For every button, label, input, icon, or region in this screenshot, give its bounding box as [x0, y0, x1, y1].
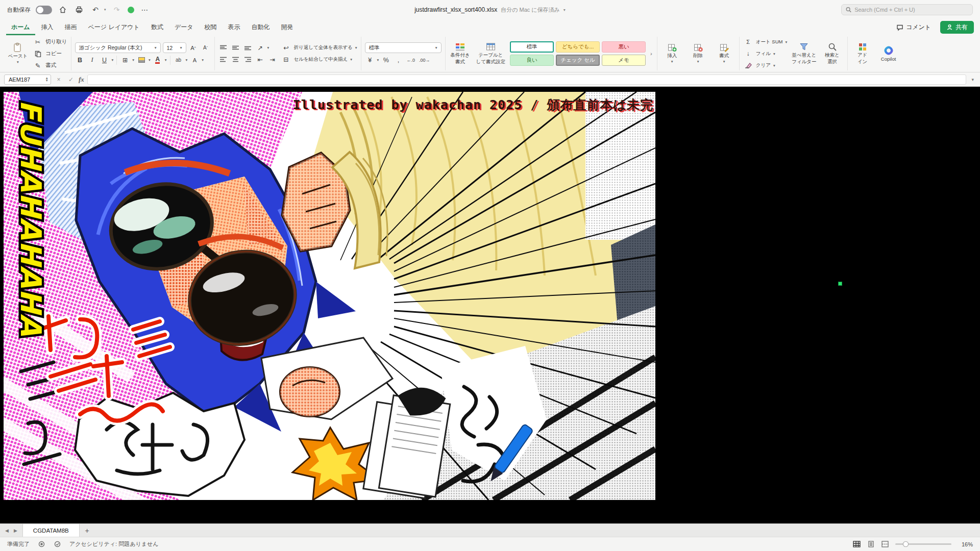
- borders-button[interactable]: ⊞: [120, 55, 130, 65]
- zoom-slider[interactable]: [895, 543, 951, 545]
- saved-status-chevron-icon[interactable]: ▾: [564, 8, 566, 12]
- delete-cells-button[interactable]: 削除 ▾: [687, 42, 709, 65]
- font-color-chevron-icon[interactable]: ▾: [165, 58, 167, 62]
- increase-decimal-icon[interactable]: ←.0: [405, 55, 416, 65]
- comments-button[interactable]: コメント: [892, 21, 935, 33]
- align-center-icon[interactable]: [231, 55, 241, 64]
- cell-style-good[interactable]: 良い: [510, 55, 554, 66]
- cell-style-check[interactable]: チェック セル: [556, 55, 600, 66]
- sort-filter-button[interactable]: 並べ替えと フィルター: [791, 42, 817, 65]
- autosum-button[interactable]: Σ オート SUM ▾: [743, 37, 787, 47]
- cell-style-bad[interactable]: 悪い: [602, 41, 646, 53]
- decrease-font-icon[interactable]: Aˇ: [201, 43, 211, 53]
- character-style-button[interactable]: A: [189, 55, 200, 65]
- align-left-icon[interactable]: [218, 55, 229, 64]
- borders-chevron-icon[interactable]: ▾: [132, 58, 134, 62]
- confirm-entry-icon[interactable]: ✓: [66, 76, 76, 83]
- cell-style-memo[interactable]: メモ: [602, 55, 646, 66]
- search-box[interactable]: [841, 4, 973, 15]
- page-break-view-icon[interactable]: [881, 541, 889, 548]
- page-layout-view-icon[interactable]: [867, 541, 875, 548]
- tab-page-layout[interactable]: ページ レイアウト: [83, 20, 145, 35]
- italic-button[interactable]: I: [87, 55, 97, 65]
- green-status-icon[interactable]: [128, 7, 134, 13]
- font-color-button[interactable]: A: [153, 55, 163, 65]
- accessibility-icon[interactable]: [54, 540, 61, 548]
- cut-button[interactable]: ✂ 切り取り: [33, 37, 67, 47]
- search-input[interactable]: [854, 7, 968, 13]
- fill-button[interactable]: ↓ フィル ▾: [743, 49, 787, 59]
- decrease-indent-icon[interactable]: ⇤: [255, 55, 265, 64]
- insert-function-icon[interactable]: fx: [79, 76, 84, 84]
- format-painter-button[interactable]: ✎ 書式: [33, 61, 67, 70]
- wrap-text-button[interactable]: ↩ 折り返して全体を表示する ▾: [281, 43, 357, 53]
- tab-draw[interactable]: 描画: [60, 20, 82, 35]
- name-box[interactable]: AEM187 ▲▼: [4, 74, 51, 85]
- clear-button[interactable]: クリア ▾: [743, 61, 787, 70]
- macro-record-icon[interactable]: [38, 540, 45, 548]
- autosave-toggle[interactable]: [36, 6, 52, 14]
- undo-menu-chevron-icon[interactable]: ▾: [104, 8, 106, 12]
- phonetic-chevron-icon[interactable]: ▾: [186, 58, 188, 62]
- comma-format-icon[interactable]: ,: [393, 55, 403, 65]
- tab-insert[interactable]: 挿入: [36, 20, 59, 35]
- zoom-level[interactable]: 16%: [958, 541, 973, 547]
- font-family-select[interactable]: 游ゴシック Regular (本文) ▾: [75, 42, 161, 53]
- merge-center-button[interactable]: ⊟ セルを結合して中央揃え ▾: [281, 55, 357, 64]
- decrease-decimal-icon[interactable]: .00→: [418, 55, 431, 65]
- fill-color-button[interactable]: [136, 55, 146, 65]
- sheet-tab-active[interactable]: CGDATAM8B: [22, 524, 80, 537]
- formula-bar-expand-icon[interactable]: ▾: [969, 77, 976, 82]
- normal-view-icon[interactable]: [852, 541, 861, 548]
- align-bottom-icon[interactable]: [243, 43, 253, 53]
- number-format-select[interactable]: 標準 ▾: [365, 42, 442, 53]
- name-box-stepper[interactable]: ▲▼: [45, 77, 48, 81]
- addins-button[interactable]: アド イン: [851, 42, 874, 65]
- align-middle-icon[interactable]: [231, 43, 241, 53]
- increase-indent-icon[interactable]: ⇥: [267, 55, 278, 64]
- tab-automate[interactable]: 自動化: [246, 20, 275, 35]
- sheet-prev-icon[interactable]: ◀: [5, 528, 9, 533]
- zoom-slider-thumb[interactable]: [903, 541, 909, 547]
- cancel-entry-icon[interactable]: ×: [54, 76, 63, 83]
- tab-formulas[interactable]: 数式: [146, 20, 168, 35]
- tab-data[interactable]: データ: [169, 20, 199, 35]
- home-icon[interactable]: [57, 4, 68, 15]
- underline-chevron-icon[interactable]: ▾: [112, 58, 114, 62]
- currency-format-icon[interactable]: ¥: [365, 55, 375, 65]
- tab-view[interactable]: 表示: [223, 20, 245, 35]
- copy-button[interactable]: コピー: [33, 49, 67, 59]
- add-sheet-button[interactable]: +: [80, 524, 95, 537]
- undo-icon[interactable]: ↶: [90, 4, 101, 15]
- fill-color-chevron-icon[interactable]: ▾: [149, 58, 151, 62]
- copilot-button[interactable]: Copilot: [877, 45, 900, 63]
- orientation-icon[interactable]: ↗: [255, 43, 265, 53]
- active-cell-cursor[interactable]: [838, 282, 842, 286]
- find-select-button[interactable]: 検索と 選択: [821, 42, 844, 65]
- spreadsheet-canvas[interactable]: FUHAHAHAHA Illustrated by wakachan 2025 …: [0, 87, 980, 523]
- print-icon[interactable]: [74, 4, 85, 15]
- align-right-icon[interactable]: [243, 55, 253, 64]
- percent-format-icon[interactable]: %: [381, 55, 391, 65]
- orientation-chevron-icon[interactable]: ▾: [267, 45, 270, 50]
- more-commands-icon[interactable]: ⋯: [139, 4, 151, 15]
- accessibility-status[interactable]: アクセシビリティ: 問題ありません: [69, 540, 158, 548]
- tab-review[interactable]: 校閲: [199, 20, 222, 35]
- increase-font-icon[interactable]: A^: [188, 43, 199, 53]
- underline-button[interactable]: U: [100, 55, 110, 65]
- share-button[interactable]: 共有: [940, 21, 974, 34]
- conditional-formatting-button[interactable]: 条件付き 書式: [449, 42, 472, 65]
- phonetic-guide-button[interactable]: ab: [174, 55, 184, 65]
- insert-cells-button[interactable]: 挿入 ▾: [661, 42, 683, 65]
- currency-chevron-icon[interactable]: ▾: [377, 58, 379, 62]
- paste-button[interactable]: ペースト ▾: [7, 42, 29, 65]
- cell-style-neutral[interactable]: どちらでも...: [556, 41, 600, 53]
- sheet-next-icon[interactable]: ▶: [14, 528, 17, 533]
- font-size-select[interactable]: 12 ▾: [163, 42, 186, 53]
- formula-input[interactable]: [87, 74, 967, 85]
- align-top-icon[interactable]: [218, 43, 229, 53]
- tab-developer[interactable]: 開発: [276, 20, 298, 35]
- bold-button[interactable]: B: [75, 55, 85, 65]
- character-style-chevron-icon[interactable]: ▾: [202, 58, 204, 62]
- redo-icon[interactable]: ↷: [111, 4, 122, 15]
